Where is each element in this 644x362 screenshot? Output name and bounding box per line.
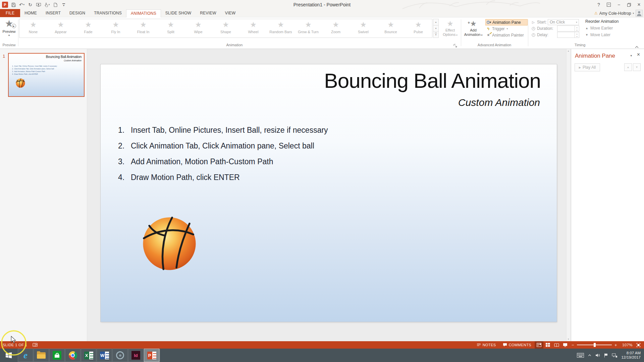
- animation-swivel[interactable]: ★Swivel: [350, 19, 377, 38]
- fit-slide-to-window-button[interactable]: [634, 341, 643, 349]
- animation-none[interactable]: ★None: [19, 19, 47, 38]
- ribbon-display-options-button[interactable]: [604, 0, 614, 9]
- start-button[interactable]: [0, 349, 17, 362]
- slide-indicator: SLIDE 1 OF 1: [3, 343, 27, 347]
- taskbar-windows-store[interactable]: [49, 349, 65, 362]
- pane-move-up-button[interactable]: ▲: [624, 63, 632, 71]
- taskbar-internet-explorer[interactable]: e: [18, 349, 33, 362]
- taskbar-powerpoint[interactable]: P: [144, 349, 159, 362]
- gallery-scroll-up-button[interactable]: ▴: [433, 19, 439, 25]
- start-select[interactable]: On Click ▾: [548, 19, 579, 25]
- animation-wipe[interactable]: ★Wipe: [184, 19, 212, 38]
- normal-view-button[interactable]: [535, 341, 543, 349]
- animation-zoom[interactable]: ★Zoom: [322, 19, 350, 38]
- restore-button[interactable]: [624, 0, 634, 9]
- volume-icon[interactable]: [595, 353, 600, 357]
- taskbar-indesign[interactable]: Id: [128, 349, 144, 362]
- duration-spinner[interactable]: ▴▾: [575, 26, 579, 31]
- zoom-slider-thumb[interactable]: [594, 343, 596, 347]
- reading-view-button[interactable]: [552, 341, 561, 349]
- animation-wheel[interactable]: ★Wheel: [239, 19, 267, 38]
- tab-slide-show[interactable]: SLIDE SHOW: [161, 9, 196, 17]
- animation-fade[interactable]: ★Fade: [74, 19, 102, 38]
- avatar[interactable]: [636, 10, 643, 17]
- animation-random-bars[interactable]: ★Random Bars: [267, 19, 294, 38]
- taskbar-recorder-app[interactable]: [112, 349, 128, 362]
- touch-keyboard-icon[interactable]: [577, 353, 584, 358]
- zoom-slider[interactable]: [577, 345, 612, 345]
- zoom-in-button[interactable]: +: [612, 343, 619, 348]
- animation-painter-button[interactable]: ★ Animation Painter: [485, 32, 528, 38]
- animation-grow-turn[interactable]: ★Grow & Turn: [294, 19, 322, 38]
- action-center-flag-icon[interactable]: [604, 353, 608, 358]
- preview-button[interactable]: ★ ▶ Preview ▾: [1, 19, 17, 43]
- network-icon[interactable]: [612, 353, 617, 358]
- slide-thumbnail[interactable]: Bouncing Ball Animation Custom Animation…: [8, 53, 85, 97]
- comments-button[interactable]: COMMENTS: [499, 341, 535, 349]
- tab-home[interactable]: HOME: [20, 9, 41, 17]
- slide-subtitle[interactable]: Custom Animation: [458, 97, 540, 108]
- down-arrow-icon: ▼: [585, 33, 588, 37]
- duration-input[interactable]: ▴▾: [557, 25, 579, 32]
- slide-body-text[interactable]: 1.Insert Tab, Online Pictures, Insert Ba…: [118, 125, 328, 188]
- animation-fly-in[interactable]: ★Fly In: [102, 19, 129, 38]
- help-button[interactable]: ?: [594, 0, 604, 9]
- close-icon[interactable]: ×: [637, 52, 640, 57]
- clock[interactable]: 8:07 AM 12/19/2017: [621, 351, 641, 360]
- taskbar-excel[interactable]: X: [81, 349, 96, 362]
- tab-animations[interactable]: ANIMATIONS: [126, 9, 161, 17]
- spell-check-icon[interactable]: [33, 343, 38, 347]
- animation-gallery: ★None ★Appear ★Fade ★Fly In ★Float In ★S…: [19, 19, 432, 38]
- taskbar-chrome[interactable]: [65, 349, 80, 362]
- move-earlier-button[interactable]: ▲ Move Earlier: [585, 26, 639, 31]
- account-info[interactable]: ⚠ Amy Cole-Holtrop ▾: [594, 10, 643, 17]
- animation-pane-button[interactable]: Animation Pane: [485, 19, 528, 25]
- show-hidden-icons-chevron[interactable]: [588, 354, 591, 356]
- tab-transitions[interactable]: TRANSITIONS: [90, 9, 126, 17]
- taskbar-word[interactable]: W: [97, 349, 112, 362]
- delay-input[interactable]: ▴▾: [557, 32, 579, 38]
- slide-show-view-button[interactable]: [561, 341, 570, 349]
- close-button[interactable]: ×: [634, 0, 644, 9]
- pane-move-down-button[interactable]: ▼: [633, 63, 641, 71]
- animation-split[interactable]: ★Split: [157, 19, 184, 38]
- star-icon: ★: [222, 20, 229, 29]
- chevron-down-icon: ▾: [633, 12, 634, 15]
- tab-review[interactable]: REVIEW: [196, 9, 221, 17]
- basketball-image[interactable]: [142, 217, 197, 271]
- animation-pulse[interactable]: ★Pulse: [405, 19, 432, 38]
- add-animation-button[interactable]: +★ Add Animation▾: [463, 19, 484, 37]
- minimize-button[interactable]: −: [614, 0, 624, 9]
- chevron-down-icon[interactable]: ▾: [630, 54, 632, 57]
- animation-bounce[interactable]: ★Bounce: [377, 19, 405, 38]
- slide[interactable]: Bouncing Ball Animation Custom Animation…: [101, 64, 557, 322]
- animation-appear[interactable]: ★Appear: [47, 19, 74, 38]
- notes-button[interactable]: NOTES: [473, 341, 499, 349]
- play-all-button[interactable]: ▶ Play All: [575, 63, 600, 71]
- gallery-scroll-down-button[interactable]: ▾: [433, 25, 439, 32]
- group-divider: [528, 19, 528, 46]
- slide-sorter-view-button[interactable]: [543, 341, 552, 349]
- tab-view[interactable]: VIEW: [221, 9, 240, 17]
- word-icon: W: [100, 352, 109, 359]
- delay-spinner[interactable]: ▴▾: [575, 32, 579, 38]
- animation-float-in[interactable]: ★Float In: [129, 19, 157, 38]
- vertical-scrollbar[interactable]: ▴ ▾: [566, 49, 570, 341]
- scroll-down-icon[interactable]: ▾: [568, 338, 569, 341]
- effect-options-button[interactable]: ★ Effect Options▾: [440, 19, 460, 37]
- animation-dialog-launcher[interactable]: [453, 43, 458, 49]
- animation-shape[interactable]: ★Shape: [212, 19, 239, 38]
- gallery-more-button[interactable]: ▾: [433, 32, 439, 38]
- slide-title[interactable]: Bouncing Ball Animation: [324, 66, 541, 96]
- tab-design[interactable]: DESIGN: [65, 9, 90, 17]
- move-later-button[interactable]: ▼ Move Later: [585, 33, 639, 37]
- taskbar-file-explorer[interactable]: [34, 349, 49, 362]
- window-controls: ? − ×: [594, 0, 644, 9]
- zoom-out-button[interactable]: −: [570, 343, 576, 348]
- zoom-level[interactable]: 107%: [619, 343, 634, 347]
- tab-insert[interactable]: INSERT: [41, 9, 65, 17]
- trigger-button[interactable]: ϟ Trigger▾: [485, 25, 528, 32]
- clock-icon: [531, 27, 535, 31]
- scroll-up-icon[interactable]: ▴: [568, 50, 569, 52]
- tab-file[interactable]: FILE: [0, 9, 20, 17]
